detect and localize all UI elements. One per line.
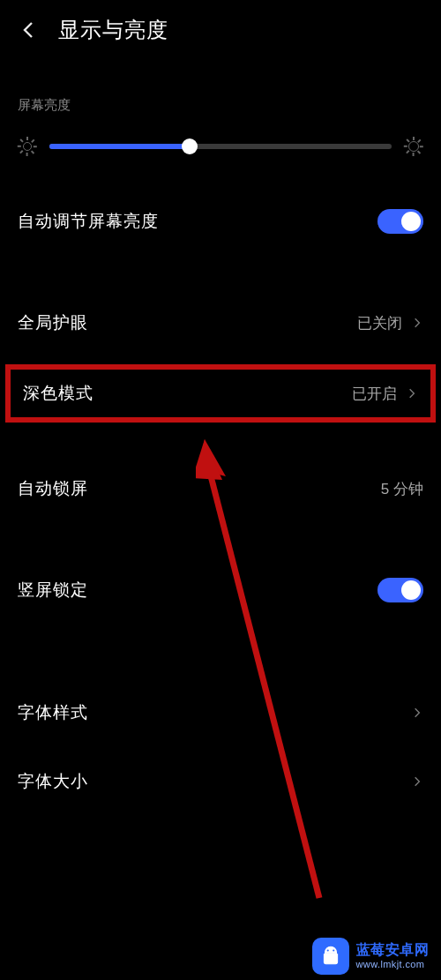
page-title: 显示与亮度 — [58, 16, 168, 44]
auto-brightness-toggle[interactable] — [377, 209, 423, 234]
orientation-lock-toggle[interactable] — [377, 578, 423, 602]
svg-point-3 — [326, 949, 328, 951]
row-eye-care[interactable]: 全局护眼 已关闭 — [0, 288, 441, 357]
row-label: 竖屏锁定 — [18, 579, 88, 602]
watermark-logo-icon — [312, 938, 349, 975]
svg-point-4 — [333, 949, 334, 951]
watermark: 蓝莓安卓网 www.lmkjt.com — [312, 934, 437, 975]
row-font-style[interactable]: 字体样式 — [0, 678, 441, 747]
brightness-slider-fill — [49, 144, 190, 149]
header: 显示与亮度 — [0, 0, 441, 56]
row-value: 已关闭 — [357, 313, 402, 333]
row-label: 全局护眼 — [18, 311, 88, 334]
row-auto-brightness[interactable]: 自动调节屏幕亮度 — [0, 186, 441, 257]
chevron-right-icon — [406, 387, 418, 400]
brightness-high-icon — [404, 137, 423, 156]
brightness-slider-row — [0, 114, 441, 179]
row-label: 字体样式 — [18, 701, 88, 724]
row-value: 5 分钟 — [381, 479, 423, 499]
section-brightness-label: 屏幕亮度 — [0, 56, 441, 114]
row-dark-mode-highlighted[interactable]: 深色模式 已开启 — [5, 364, 436, 423]
row-value: 已开启 — [352, 384, 397, 404]
watermark-title: 蓝莓安卓网 — [356, 942, 430, 958]
brightness-slider-thumb[interactable] — [182, 138, 198, 154]
row-label: 自动锁屏 — [18, 477, 88, 500]
chevron-right-icon — [411, 317, 423, 329]
row-label: 自动调节屏幕亮度 — [18, 210, 159, 233]
watermark-url: www.lmkjt.com — [356, 959, 430, 970]
row-label: 深色模式 — [23, 382, 93, 405]
brightness-slider[interactable] — [49, 144, 392, 149]
row-orientation-lock[interactable]: 竖屏锁定 — [0, 555, 441, 625]
back-icon[interactable] — [18, 19, 41, 41]
chevron-right-icon — [411, 775, 423, 788]
chevron-right-icon — [411, 707, 423, 719]
row-label: 字体大小 — [18, 770, 88, 793]
row-font-size[interactable]: 字体大小 — [0, 747, 441, 816]
brightness-low-icon — [18, 137, 37, 156]
row-auto-lock[interactable]: 自动锁屏 5 分钟 — [0, 454, 441, 523]
